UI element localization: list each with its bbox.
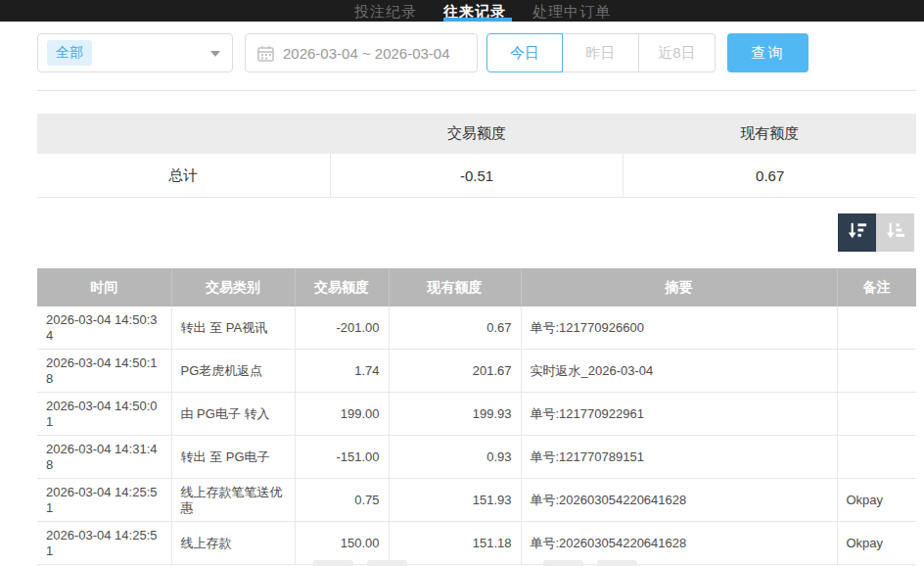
tab-bet-records[interactable]: 投注纪录 [354,0,417,25]
col-header-trade-amount: 交易额度 [295,268,389,307]
today-button[interactable]: 今日 [486,33,563,72]
cell-amount: 199.00 [295,393,389,436]
col-header-type: 交易类别 [171,268,295,307]
summary-total-row: 总计 -0.51 0.67 [37,154,916,198]
top-navbar: 投注纪录 往来记录 处理中订单 [0,0,924,22]
cell-type: 线上存款 [171,522,295,565]
cell-note: Okpay [837,522,916,565]
summary-current-balance-value: 0.67 [623,154,916,197]
cell-note [837,350,916,393]
transactions-table: 时间 交易类别 交易额度 现有额度 摘要 备注 2026-03-04 14:50… [37,268,916,565]
sort-controls [838,213,914,252]
cell-summary: 单号:202603054220641628 [521,522,837,565]
sort-descending-icon [846,219,868,246]
search-button[interactable]: 查询 [727,33,808,72]
cell-time: 2026-03-04 14:25:51 [37,522,171,565]
cell-type: 由 PG电子 转入 [171,393,295,436]
table-row: 2026-03-04 14:25:51 线上存款笔笔送优惠 0.75 151.9… [37,479,916,522]
summary-header-row: 交易额度 现有额度 [37,114,916,154]
cell-balance: 201.67 [389,350,521,393]
cell-note [837,307,916,350]
tab-transaction-records[interactable]: 往来记录 [443,0,506,25]
cell-time: 2026-03-04 14:50:18 [37,350,171,393]
sort-descending-button[interactable] [838,213,876,252]
summary-header-empty [37,114,330,154]
cell-summary: 实时返水_2026-03-04 [521,350,837,393]
selected-type-tag: 全部 [47,40,92,66]
transaction-type-select[interactable]: 全部 [37,33,233,72]
cell-summary: 单号:121770926600 [521,307,837,350]
table-header-row: 时间 交易类别 交易额度 现有额度 摘要 备注 [37,268,916,307]
cell-amount: -201.00 [295,307,389,350]
date-range-value: 2026-03-04 ~ 2026-03-04 [283,45,450,62]
cell-note [837,393,916,436]
col-header-summary: 摘要 [521,268,837,307]
pagination-button[interactable] [313,560,353,566]
summary-table: 交易额度 现有额度 总计 -0.51 0.67 [37,114,916,198]
cell-amount: -151.00 [295,436,389,479]
cell-type: 转出 至 PA视讯 [171,307,295,350]
cell-amount: 0.75 [295,479,389,522]
cell-balance: 0.67 [389,307,521,350]
table-row: 2026-03-04 14:31:48 转出 至 PG电子 -151.00 0.… [37,436,916,479]
cell-type: 转出 至 PG电子 [171,436,295,479]
tab-pending-orders[interactable]: 处理中订单 [532,0,611,25]
col-header-time: 时间 [37,268,171,307]
cell-note [837,436,916,479]
cell-note: Okpay [837,479,916,522]
table-row: 2026-03-04 14:50:01 由 PG电子 转入 199.00 199… [37,393,916,436]
date-range-input[interactable]: 2026-03-04 ~ 2026-03-04 [245,33,478,72]
pagination-button[interactable] [543,560,583,566]
cell-summary: 单号:202603054220641628 [521,479,837,522]
summary-header-current-balance: 现有额度 [624,114,916,154]
sort-ascending-button[interactable] [876,213,914,252]
cell-balance: 151.93 [389,479,521,522]
filter-divider [37,90,916,91]
calendar-icon [257,45,274,62]
cell-type: PG老虎机返点 [171,350,295,393]
cell-summary: 单号:121770922961 [521,393,837,436]
last-8-days-button[interactable]: 近8日 [639,33,716,72]
sort-ascending-icon [884,219,906,246]
active-tab-underline [443,18,512,22]
cell-balance: 0.93 [389,436,521,479]
summary-header-trade-amount: 交易额度 [330,114,623,154]
cell-amount: 1.74 [295,350,389,393]
cell-time: 2026-03-04 14:50:34 [37,307,171,350]
pagination-button[interactable] [367,560,407,566]
cell-amount: 150.00 [295,522,389,565]
cell-time: 2026-03-04 14:31:48 [37,436,171,479]
chevron-down-icon [210,51,220,57]
table-row: 2026-03-04 14:50:34 转出 至 PA视讯 -201.00 0.… [37,307,916,350]
col-header-note: 备注 [837,268,916,307]
table-row: 2026-03-04 14:50:18 PG老虎机返点 1.74 201.67 … [37,350,916,393]
summary-total-label: 总计 [37,154,330,197]
page: 投注纪录 往来记录 处理中订单 全部 2026-03-04 ~ 2026-03-… [0,0,924,566]
cell-summary: 单号:121770789151 [521,436,837,479]
cell-balance: 151.18 [389,522,521,565]
cell-type: 线上存款笔笔送优惠 [171,479,295,522]
cell-time: 2026-03-04 14:50:01 [37,393,171,436]
pagination-button[interactable] [597,560,637,566]
quick-range-button-group: 今日 昨日 近8日 [486,33,716,72]
cell-balance: 199.93 [389,393,521,436]
col-header-current-balance: 现有额度 [389,268,521,307]
summary-trade-amount-value: -0.51 [330,154,624,197]
table-row: 2026-03-04 14:25:51 线上存款 150.00 151.18 单… [37,522,916,565]
cell-time: 2026-03-04 14:25:51 [37,479,171,522]
yesterday-button[interactable]: 昨日 [563,33,639,72]
